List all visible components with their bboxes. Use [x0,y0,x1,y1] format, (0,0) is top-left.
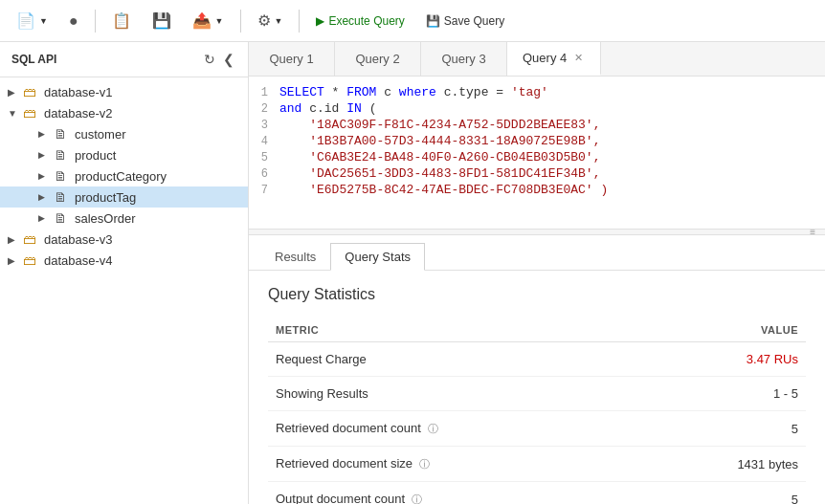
query-tab-4[interactable]: Query 4 ✕ [507,42,601,76]
sidebar-item-productCategory[interactable]: ▶ 🗎 productCategory [0,165,248,186]
execute-icon: ▶ [316,14,324,28]
query-tab-label: Query 3 [441,52,485,66]
settings-icon: ⚙ [257,11,271,30]
sidebar-item-label: salesOrder [75,211,136,226]
chevron-right-icon: ▶ [8,234,23,245]
query-tabs-bar: Query 1 Query 2 Query 3 Query 4 ✕ [249,42,825,77]
value-cell: 5 [644,482,806,505]
code-line-4: 4 '1B3B7A00-57D3-4444-8331-18A90725E98B'… [249,133,825,149]
sidebar-item-label: product [75,148,116,163]
code-line-3: 3 '18AC309F-F81C-4234-A752-5DDD2BEAEE83'… [249,117,825,133]
open-query-btn[interactable]: 📋 [103,7,140,34]
code-line-7: 7 'E6D5275B-8C42-47AE-BDEC-FC708DB3E0AC'… [249,182,825,198]
result-tabs-bar: Results Query Stats [249,235,825,271]
execute-query-btn[interactable]: ▶ Execute Query [307,10,412,33]
sidebar-item-product[interactable]: ▶ 🗎 product [0,144,248,165]
metric-cell: Request Charge [268,342,644,377]
sidebar-item-label: productTag [75,190,136,205]
query-tab-2[interactable]: Query 2 [335,42,421,76]
sidebar-item-database-v2[interactable]: ▼ 🗃 database-v2 [0,102,248,123]
cosmos-icon: ● [69,12,78,30]
database-icon: 🗃 [23,231,40,247]
table-row: Retrieved document count ⓘ5 [268,411,806,447]
sep3 [299,10,300,33]
execute-label: Execute Query [328,14,404,28]
value-cell: 1431 bytes [644,447,806,482]
sidebar: SQL API ↻ ❮ ▶ 🗃 database-v1 ▼ 🗃 database… [0,42,249,504]
code-line-5: 5 'C6AB3E24-BA48-40F0-A260-CB04EB03D5B0'… [249,149,825,165]
value-cell: 1 - 5 [644,377,806,411]
collection-icon: 🗎 [54,189,71,205]
chevron-right-icon: ▶ [38,213,54,223]
chevron-right-icon: ▶ [8,87,23,98]
open-icon: 📋 [112,11,131,30]
col-value: VALUE [644,318,806,342]
chevron-right-icon: ▶ [38,150,54,160]
main-layout: SQL API ↻ ❮ ▶ 🗃 database-v1 ▼ 🗃 database… [0,42,825,504]
col-metric: METRIC [268,318,644,342]
sidebar-item-customer[interactable]: ▶ 🗎 customer [0,123,248,144]
collection-icon: 🗎 [54,168,71,184]
info-icon[interactable]: ⓘ [416,458,430,470]
results-tab[interactable]: Results [260,243,330,270]
new-query-btn[interactable]: 📄 ▼ [8,7,56,34]
sidebar-item-database-v3[interactable]: ▶ 🗃 database-v3 [0,229,248,250]
code-line-2: 2 and c.id IN ( [249,100,825,117]
query-stats-tab-label: Query Stats [345,250,411,264]
sidebar-item-label: database-v4 [44,253,113,268]
table-row: Output document count ⓘ5 [268,482,806,505]
sidebar-item-label: customer [75,127,125,142]
sidebar-item-label: database-v2 [44,106,113,121]
query-tab-3[interactable]: Query 3 [421,42,507,76]
sidebar-item-database-v4[interactable]: ▶ 🗃 database-v4 [0,250,248,271]
save-query-label: Save Query [444,14,504,28]
chevron-right-icon: ▶ [38,192,54,202]
info-icon[interactable]: ⓘ [425,423,438,434]
code-line-6: 6 'DAC25651-3DD3-4483-8FD1-581DC41EF34B'… [249,165,825,182]
stats-title: Query Statistics [268,286,806,303]
collection-icon: 🗎 [54,126,71,142]
cosmos-btn[interactable]: ● [60,8,87,34]
results-tab-label: Results [275,250,316,264]
metric-cell: Output document count ⓘ [268,482,644,505]
metric-cell: Showing Results [268,377,644,411]
dropdown-arrow2: ▼ [215,16,224,26]
new-query-icon: 📄 [16,11,35,30]
code-editor[interactable]: 1 SELECT * FROM c where c.type = 'tag' 2… [249,77,825,230]
dropdown-arrow3: ▼ [275,16,283,26]
database-icon: 🗃 [23,252,40,268]
database-icon: 🗃 [23,84,40,99]
stats-panel: Query Statistics METRIC VALUE Request Ch… [249,271,825,504]
dropdown-arrow: ▼ [39,16,48,26]
query-stats-tab[interactable]: Query Stats [330,243,425,271]
sep2 [240,10,241,33]
table-row: Retrieved document size ⓘ1431 bytes [268,447,806,482]
settings-btn[interactable]: ⚙ ▼ [249,7,292,34]
info-icon[interactable]: ⓘ [409,493,422,504]
upload-btn[interactable]: 📤 ▼ [184,7,233,34]
value-cell: 5 [644,411,806,447]
sidebar-item-database-v1[interactable]: ▶ 🗃 database-v1 [0,81,248,102]
sidebar-item-salesOrder[interactable]: ▶ 🗎 salesOrder [0,208,248,229]
sidebar-header: SQL API ↻ ❮ [0,42,248,77]
query-tab-label: Query 4 [523,51,567,65]
database-icon: 🗃 [23,105,40,121]
close-tab-icon[interactable]: ✕ [572,52,585,64]
sidebar-item-label: database-v1 [44,85,113,99]
upload-icon: 📤 [192,11,212,30]
collapse-btn[interactable]: ❮ [221,50,236,69]
query-tab-1[interactable]: Query 1 [249,42,335,76]
refresh-btn[interactable]: ↻ [202,50,217,69]
save-icon-btn[interactable]: 💾 [144,7,180,34]
sidebar-item-label: database-v3 [44,232,113,247]
table-row: Request Charge3.47 RUs [268,342,806,377]
collection-icon: 🗎 [54,147,71,163]
sep1 [95,10,96,33]
content-area: Query 1 Query 2 Query 3 Query 4 ✕ 1 SELE… [249,42,825,504]
save-query-btn[interactable]: 💾 Save Query [417,10,513,33]
query-tab-label: Query 2 [355,52,399,66]
chevron-right-icon: ▶ [38,129,54,139]
chevron-right-icon: ▶ [8,255,23,266]
sidebar-item-productTag[interactable]: ▶ 🗎 productTag [0,186,248,208]
value-cell: 3.47 RUs [644,342,806,377]
